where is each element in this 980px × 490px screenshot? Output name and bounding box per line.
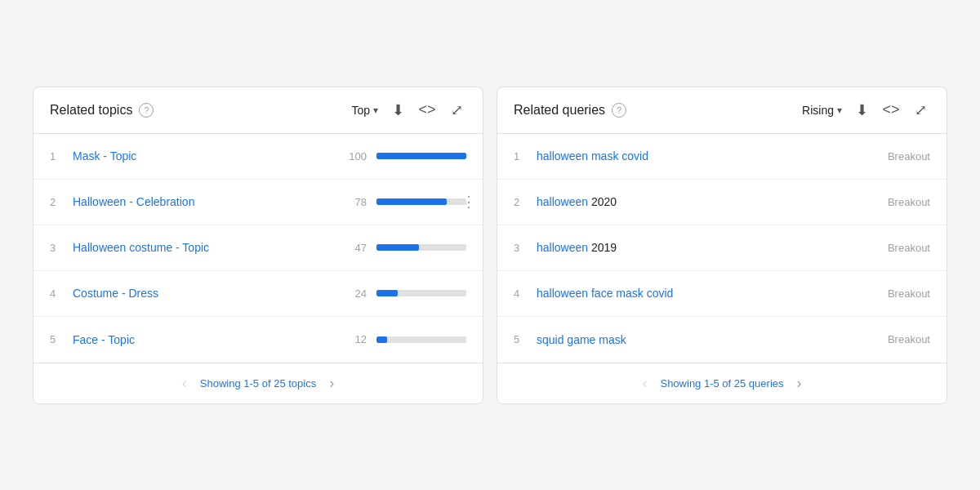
table-row: 3 Halloween costume - Topic 47 bbox=[33, 225, 483, 271]
topics-title: Related topics bbox=[50, 103, 132, 118]
row-label[interactable]: squid game mask bbox=[537, 333, 875, 346]
table-row: 5 squid game mask Breakout bbox=[497, 317, 947, 363]
label-part: halloween bbox=[537, 195, 588, 208]
table-row: 2 halloween 2020 Breakout bbox=[497, 180, 947, 225]
related-topics-widget: Related topics ? Top ▾ ⬇ <> ⤢ 1 Mask - T… bbox=[33, 87, 483, 404]
bar-container bbox=[376, 153, 466, 159]
widgets-container: Related topics ? Top ▾ ⬇ <> ⤢ 1 Mask - T… bbox=[16, 70, 964, 421]
bar-fill bbox=[376, 198, 447, 205]
topics-code-icon[interactable]: <> bbox=[417, 100, 437, 120]
row-value: 24 bbox=[344, 287, 367, 300]
topics-pagination-text: Showing 1-5 of 25 topics bbox=[200, 377, 316, 390]
label-part: halloween bbox=[537, 149, 588, 163]
queries-code-icon[interactable]: <> bbox=[881, 100, 901, 120]
topics-download-icon[interactable]: ⬇ bbox=[388, 100, 408, 120]
row-label[interactable]: Halloween costume - Topic bbox=[73, 241, 344, 254]
topics-next-arrow[interactable]: › bbox=[329, 375, 334, 392]
queries-next-arrow[interactable]: › bbox=[797, 375, 802, 392]
queries-prev-arrow[interactable]: ‹ bbox=[642, 375, 647, 392]
row-label[interactable]: halloween face mask covid bbox=[537, 287, 875, 300]
row-breakout: Breakout bbox=[875, 196, 930, 208]
label-part: mask bbox=[591, 149, 618, 163]
row-label[interactable]: halloween 2020 bbox=[537, 195, 875, 208]
label-part: covid bbox=[647, 287, 674, 300]
row-label[interactable]: Halloween - Celebration bbox=[73, 195, 344, 208]
queries-pagination-text: Showing 1-5 of 25 queries bbox=[660, 377, 783, 390]
queries-filter-label: Rising bbox=[802, 104, 834, 117]
row-breakout: Breakout bbox=[875, 242, 930, 254]
row-label[interactable]: halloween 2019 bbox=[537, 241, 875, 254]
queries-footer: ‹ Showing 1-5 of 25 queries › bbox=[497, 363, 947, 403]
bar-fill bbox=[376, 244, 419, 251]
bar-container bbox=[376, 336, 466, 343]
topics-share-icon[interactable]: ⤢ bbox=[447, 100, 466, 120]
queries-dropdown-arrow: ▾ bbox=[837, 105, 842, 116]
label-part: halloween bbox=[537, 241, 588, 254]
table-row: 5 Face - Topic 12 bbox=[33, 317, 483, 363]
queries-filter-dropdown[interactable]: Rising ▾ bbox=[802, 104, 842, 117]
row-value: 100 bbox=[344, 150, 367, 163]
label-part: face bbox=[591, 287, 612, 300]
row-rank: 3 bbox=[50, 242, 66, 254]
queries-share-icon[interactable]: ⤢ bbox=[911, 100, 930, 120]
queries-controls: Rising ▾ ⬇ <> ⤢ bbox=[802, 100, 930, 120]
queries-rows: 1 halloween mask covid Breakout 2 hallow… bbox=[497, 134, 947, 363]
row-rank: 4 bbox=[514, 287, 530, 300]
label-part: game bbox=[567, 333, 595, 346]
table-row: 1 halloween mask covid Breakout bbox=[497, 134, 947, 180]
label-part: mask bbox=[616, 287, 643, 300]
table-row: 4 halloween face mask covid Breakout bbox=[497, 271, 947, 317]
row-rank: 3 bbox=[514, 242, 530, 254]
topics-rows: 1 Mask - Topic 100 2 Halloween - Celebra… bbox=[33, 134, 483, 363]
more-vert-icon[interactable]: ⋮ bbox=[461, 193, 476, 211]
queries-download-icon[interactable]: ⬇ bbox=[852, 100, 871, 120]
table-row: 1 Mask - Topic 100 bbox=[33, 134, 483, 180]
label-part: covid bbox=[621, 149, 648, 163]
row-breakout: Breakout bbox=[875, 333, 930, 345]
row-label[interactable]: Mask - Topic bbox=[73, 149, 344, 163]
bar-container bbox=[376, 244, 466, 251]
topics-header: Related topics ? Top ▾ ⬇ <> ⤢ bbox=[33, 87, 483, 134]
row-label[interactable]: Face - Topic bbox=[73, 333, 344, 346]
topics-filter-dropdown[interactable]: Top ▾ bbox=[351, 104, 378, 117]
table-row: 3 halloween 2019 Breakout bbox=[497, 225, 947, 271]
topics-footer: ‹ Showing 1-5 of 25 topics › bbox=[33, 363, 483, 403]
row-rank: 5 bbox=[50, 333, 66, 345]
row-value: 12 bbox=[344, 333, 367, 345]
label-part: halloween bbox=[537, 287, 588, 300]
label-part: mask bbox=[599, 333, 626, 346]
topics-dropdown-arrow: ▾ bbox=[373, 105, 378, 116]
label-part: squid bbox=[537, 333, 564, 346]
bar-fill bbox=[376, 290, 398, 296]
queries-title: Related queries bbox=[514, 103, 605, 118]
row-rank: 1 bbox=[514, 150, 530, 163]
queries-title-group: Related queries ? bbox=[514, 103, 626, 118]
bar-container bbox=[376, 290, 466, 296]
row-label[interactable]: Costume - Dress bbox=[73, 287, 344, 300]
row-rank: 2 bbox=[50, 196, 66, 208]
topics-prev-arrow[interactable]: ‹ bbox=[182, 375, 187, 392]
bar-fill bbox=[376, 336, 387, 343]
topics-help-icon[interactable]: ? bbox=[139, 103, 154, 118]
row-breakout: Breakout bbox=[875, 150, 930, 163]
bar-fill bbox=[376, 153, 466, 159]
row-label[interactable]: halloween mask covid bbox=[537, 149, 875, 163]
row-rank: 1 bbox=[50, 150, 66, 163]
bar-container bbox=[376, 198, 466, 205]
queries-help-icon[interactable]: ? bbox=[612, 103, 626, 118]
topics-title-group: Related topics ? bbox=[50, 103, 154, 118]
related-queries-widget: Related queries ? Rising ▾ ⬇ <> ⤢ 1 hall… bbox=[497, 87, 947, 404]
row-value: 47 bbox=[344, 242, 367, 254]
row-breakout: Breakout bbox=[875, 287, 930, 300]
queries-header: Related queries ? Rising ▾ ⬇ <> ⤢ bbox=[497, 87, 947, 134]
row-rank: 2 bbox=[514, 196, 530, 208]
row-rank: 5 bbox=[514, 333, 530, 345]
row-rank: 4 bbox=[50, 287, 66, 300]
row-value: 78 bbox=[344, 196, 367, 208]
table-row: 2 Halloween - Celebration 78 ⋮ bbox=[33, 180, 483, 225]
topics-filter-label: Top bbox=[351, 104, 370, 117]
topics-controls: Top ▾ ⬇ <> ⤢ bbox=[351, 100, 466, 120]
table-row: 4 Costume - Dress 24 bbox=[33, 271, 483, 317]
